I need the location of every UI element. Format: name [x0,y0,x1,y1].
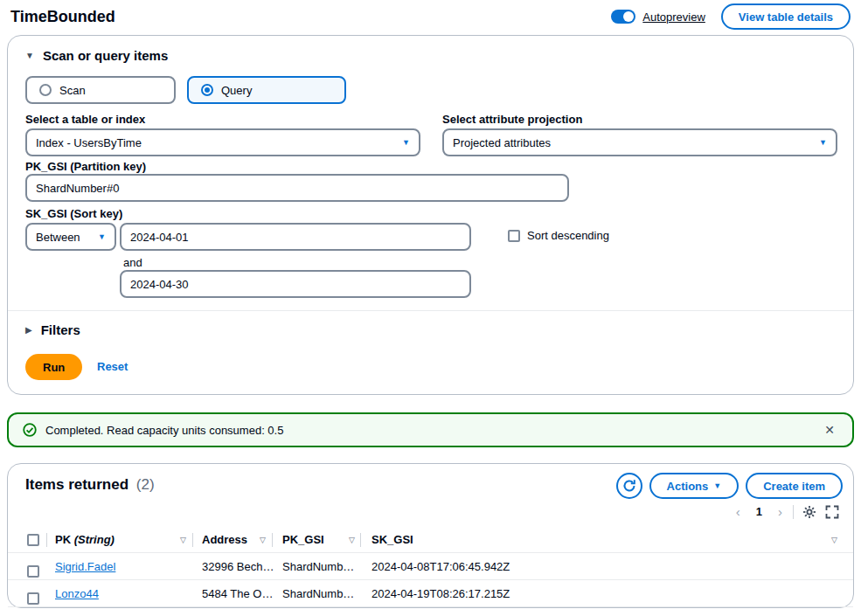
close-icon[interactable]: ✕ [821,421,838,439]
item-pk-gsi: ShardNumb… [282,580,354,607]
item-address: 5484 The O… [202,580,273,607]
utilities-divider [793,505,794,519]
caret-down-icon: ▼ [25,51,34,60]
column-divider [46,533,47,547]
page-title: TimeBounded [10,8,115,26]
table-header-row: PK (String) ▽ Address ▽ PK_GSI ▽ SK_GSI … [8,527,853,553]
preferences-button[interactable] [802,505,816,519]
autopreview-control[interactable]: Autopreview [611,10,705,24]
refresh-button[interactable] [616,473,642,499]
flash-message: Completed. Read capacity units consumed:… [45,424,812,437]
sort-descending-label: Sort descending [527,229,609,242]
sort-key-condition-value: Between [36,231,80,244]
chevron-down-icon: ▼ [402,138,410,147]
chevron-down-icon: ▼ [819,138,827,147]
table-row[interactable]: Sigrid.Fadel 32996 Bech… ShardNumb… 2024… [8,553,853,580]
table-select-value: Index - UsersByTime [36,136,142,149]
column-header-sk-gsi[interactable]: SK_GSI [371,527,413,553]
query-radio-label: Query [221,84,252,97]
query-radio[interactable] [201,84,213,96]
sort-key-from-input[interactable] [120,223,471,251]
scan-query-section-header[interactable]: ▼ Scan or query items [25,48,168,63]
row-checkbox[interactable] [27,565,39,578]
items-table: PK (String) ▽ Address ▽ PK_GSI ▽ SK_GSI … [8,527,853,607]
items-header-actions: Actions ▼ Create item [616,473,843,499]
partition-key-label: PK_GSI (Partition key) [25,160,146,173]
autopreview-label: Autopreview [642,10,705,24]
sort-icon[interactable]: ▽ [831,527,837,553]
scan-radio-label: Scan [59,84,86,97]
table-utilities: ‹ 1 › [734,504,839,519]
scan-query-section-title: Scan or query items [43,48,168,63]
expand-icon [825,505,839,519]
column-pk-type: (String) [74,533,115,546]
chevron-down-icon: ▼ [98,232,106,241]
autopreview-toggle[interactable] [611,10,635,24]
table-select-label: Select a table or index [25,113,145,126]
item-sk-gsi: 2024-04-19T08:26:17.215Z [371,580,510,607]
sort-key-to-input[interactable] [120,270,471,298]
items-returned-heading: Items returned [25,476,128,493]
reset-button[interactable]: Reset [97,360,128,373]
next-page-button[interactable]: › [776,504,784,519]
items-returned-title: Items returned (2) [25,476,155,494]
sort-icon[interactable]: ▽ [349,527,355,553]
table-row[interactable]: Lonzo44 5484 The O… ShardNumb… 2024-04-1… [8,580,853,607]
item-pk-link[interactable]: Lonzo44 [55,587,99,600]
sort-icon[interactable]: ▽ [260,527,266,553]
column-pk-name: PK [55,533,71,546]
toggle-knob [623,11,634,22]
projection-select[interactable]: Projected attributes ▼ [442,128,837,156]
run-button[interactable]: Run [25,354,82,380]
column-divider [360,533,361,547]
query-radio-tile[interactable]: Query [187,76,346,104]
items-returned-count: (2) [136,476,155,493]
sort-icon[interactable]: ▽ [180,527,186,553]
success-check-icon [23,423,37,437]
column-divider [192,533,193,547]
section-divider [8,310,853,311]
header-controls: Autopreview View table details [611,3,851,30]
refresh-icon [622,479,636,493]
caret-right-icon: ▶ [25,325,32,335]
create-item-button[interactable]: Create item [746,473,843,499]
page-header: TimeBounded Autopreview View table detai… [0,0,861,35]
row-checkbox[interactable] [27,592,39,605]
sort-descending-control[interactable]: Sort descending [508,229,609,242]
actions-button-label: Actions [667,480,709,493]
column-divider [272,533,273,547]
column-header-pk-gsi[interactable]: PK_GSI [282,527,324,553]
filters-section-header[interactable]: ▶ Filters [25,322,80,337]
sort-key-condition-select[interactable]: Between ▼ [25,223,116,251]
item-pk-gsi: ShardNumb… [282,553,354,580]
items-returned-panel: Items returned (2) Actions ▼ Create item… [7,463,854,608]
previous-page-button[interactable]: ‹ [734,504,742,519]
projection-select-value: Projected attributes [453,136,551,149]
filters-section-title: Filters [41,322,80,337]
item-pk-link[interactable]: Sigrid.Fadel [55,560,115,573]
scan-radio[interactable] [39,84,52,96]
between-and-label: and [123,256,142,269]
chevron-down-icon: ▼ [713,481,721,490]
column-header-pk[interactable]: PK (String) [55,527,115,553]
actions-button[interactable]: Actions ▼ [649,473,739,499]
scan-radio-tile[interactable]: Scan [25,76,176,104]
gear-icon [802,505,816,519]
sort-descending-checkbox[interactable] [508,230,520,242]
fullscreen-button[interactable] [825,505,839,519]
partition-key-input[interactable] [25,174,569,202]
sort-key-label: SK_GSI (Sort key) [25,207,122,220]
select-all-checkbox[interactable] [27,534,39,546]
item-sk-gsi: 2024-04-08T17:06:45.942Z [371,553,510,580]
table-select[interactable]: Index - UsersByTime ▼ [25,128,420,156]
scan-query-panel: ▼ Scan or query items Scan Query Select … [7,35,854,395]
current-page-button[interactable]: 1 [751,504,767,519]
item-address: 32996 Bech… [202,553,274,580]
view-table-details-button[interactable]: View table details [721,3,851,30]
projection-select-label: Select attribute projection [442,113,582,126]
success-flashbar: Completed. Read capacity units consumed:… [7,412,854,447]
column-header-address[interactable]: Address [202,527,247,553]
